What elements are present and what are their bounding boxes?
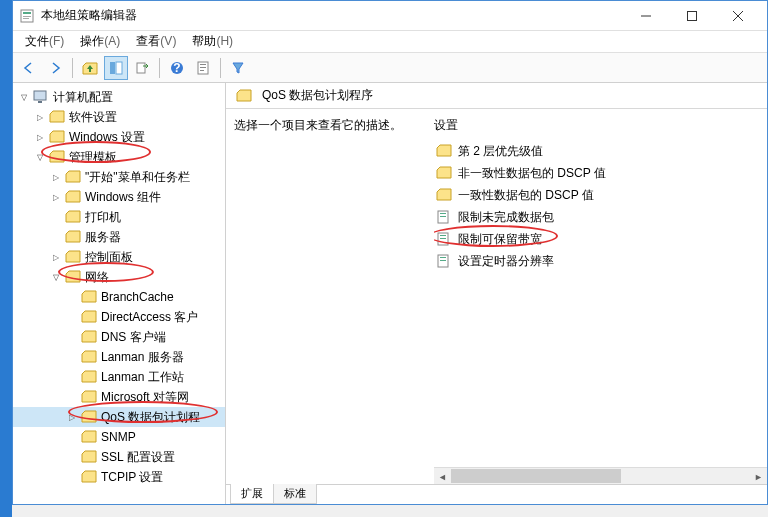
maximize-button[interactable]: [669, 2, 715, 30]
folder-icon: [81, 330, 97, 344]
folder-icon: [49, 110, 65, 124]
folder-icon: [436, 188, 452, 202]
setting-dscp-conform[interactable]: 一致性数据包的 DSCP 值: [434, 184, 767, 206]
svg-rect-8: [110, 62, 115, 74]
svg-rect-16: [200, 70, 204, 71]
menu-view[interactable]: 查看(V): [128, 31, 184, 52]
view-tabs: 扩展 标准: [226, 484, 767, 504]
folder-icon: [436, 166, 452, 180]
svg-rect-14: [200, 64, 206, 65]
menu-help[interactable]: 帮助(H): [184, 31, 241, 52]
svg-rect-17: [34, 91, 46, 100]
folder-icon: [236, 89, 252, 103]
svg-rect-26: [440, 257, 446, 258]
svg-rect-20: [440, 213, 446, 214]
menu-action[interactable]: 操作(A): [72, 31, 128, 52]
tree-node-software[interactable]: 软件设置: [13, 107, 225, 127]
svg-rect-5: [688, 11, 697, 20]
horizontal-scrollbar[interactable]: ◄ ►: [434, 467, 767, 484]
scroll-thumb[interactable]: [451, 469, 621, 483]
svg-rect-18: [38, 101, 42, 103]
export-button[interactable]: [130, 56, 154, 80]
folder-icon: [81, 430, 97, 444]
svg-rect-23: [440, 235, 446, 236]
scroll-right-icon[interactable]: ►: [750, 468, 767, 484]
tree-node-admin-templates[interactable]: 管理模板: [13, 147, 225, 167]
show-hide-tree-button[interactable]: [104, 56, 128, 80]
folder-icon: [81, 350, 97, 364]
titlebar: 本地组策略编辑器: [13, 1, 767, 31]
folder-icon: [65, 270, 81, 284]
folder-icon: [81, 390, 97, 404]
window-title: 本地组策略编辑器: [41, 7, 623, 24]
tab-standard[interactable]: 标准: [273, 484, 317, 504]
scroll-left-icon[interactable]: ◄: [434, 468, 451, 484]
svg-rect-9: [116, 62, 122, 74]
folder-icon: [81, 370, 97, 384]
setting-limit-bandwidth[interactable]: 限制可保留带宽: [434, 228, 767, 250]
folder-icon: [436, 144, 452, 158]
tree-node-lanman-server[interactable]: Lanman 服务器: [13, 347, 225, 367]
filter-button[interactable]: [226, 56, 250, 80]
svg-rect-15: [200, 67, 206, 68]
svg-rect-2: [23, 16, 31, 17]
app-icon: [19, 8, 35, 24]
tree-node-directaccess[interactable]: DirectAccess 客户: [13, 307, 225, 327]
tree-node-control-panel[interactable]: 控制面板: [13, 247, 225, 267]
setting-dscp-nonconform[interactable]: 非一致性数据包的 DSCP 值: [434, 162, 767, 184]
tree-node-qos[interactable]: QoS 数据包计划程: [13, 407, 225, 427]
computer-icon: [33, 90, 49, 104]
folder-icon: [81, 310, 97, 324]
tree-node-windows-components[interactable]: Windows 组件: [13, 187, 225, 207]
policy-icon: [436, 210, 452, 224]
svg-rect-21: [440, 216, 446, 217]
content-header: QoS 数据包计划程序: [226, 83, 767, 109]
tree-pane: 计算机配置 软件设置 Windows 设置 管理模板 "开始"菜单和任务栏 Wi…: [13, 83, 226, 504]
folder-icon: [81, 450, 97, 464]
folder-icon: [65, 230, 81, 244]
expander-icon[interactable]: [17, 90, 31, 104]
tree-node-microsoft-p2p[interactable]: Microsoft 对等网: [13, 387, 225, 407]
back-button[interactable]: [17, 56, 41, 80]
svg-rect-10: [137, 63, 145, 73]
setting-l2-priority[interactable]: 第 2 层优先级值: [434, 140, 767, 162]
tree-node-network[interactable]: 网络: [13, 267, 225, 287]
svg-text:?: ?: [173, 61, 180, 75]
content-title: QoS 数据包计划程序: [262, 87, 373, 104]
tree-node-dns[interactable]: DNS 客户端: [13, 327, 225, 347]
tree-node-printers[interactable]: 打印机: [13, 207, 225, 227]
help-button[interactable]: ?: [165, 56, 189, 80]
policy-icon: [436, 254, 452, 268]
folder-icon: [65, 250, 81, 264]
forward-button[interactable]: [43, 56, 67, 80]
tree-node-tcpip[interactable]: TCPIP 设置: [13, 467, 225, 487]
svg-rect-24: [440, 238, 446, 239]
folder-icon: [49, 150, 65, 164]
tree-node-snmp[interactable]: SNMP: [13, 427, 225, 447]
svg-rect-3: [23, 18, 29, 19]
tree-node-windows-settings[interactable]: Windows 设置: [13, 127, 225, 147]
folder-icon: [81, 470, 97, 484]
tree-node-ssl[interactable]: SSL 配置设置: [13, 447, 225, 467]
close-button[interactable]: [715, 2, 761, 30]
tab-extended[interactable]: 扩展: [230, 484, 274, 504]
tree-node-server[interactable]: 服务器: [13, 227, 225, 247]
tree-node-computer-config[interactable]: 计算机配置: [13, 87, 225, 107]
folder-icon: [81, 410, 97, 424]
setting-limit-outstanding[interactable]: 限制未完成数据包: [434, 206, 767, 228]
settings-header: 设置: [434, 117, 767, 134]
properties-button[interactable]: [191, 56, 215, 80]
folder-icon: [65, 210, 81, 224]
menu-file[interactable]: 文件(F): [17, 31, 72, 52]
up-button[interactable]: [78, 56, 102, 80]
tree-node-branchcache[interactable]: BranchCache: [13, 287, 225, 307]
setting-timer-resolution[interactable]: 设置定时器分辨率: [434, 250, 767, 272]
tree-node-lanman-workstation[interactable]: Lanman 工作站: [13, 367, 225, 387]
menubar: 文件(F) 操作(A) 查看(V) 帮助(H): [13, 31, 767, 53]
folder-icon: [81, 290, 97, 304]
svg-rect-27: [440, 260, 446, 261]
tree-node-start-menu[interactable]: "开始"菜单和任务栏: [13, 167, 225, 187]
folder-icon: [65, 190, 81, 204]
description-placeholder: 选择一个项目来查看它的描述。: [234, 117, 424, 134]
minimize-button[interactable]: [623, 2, 669, 30]
